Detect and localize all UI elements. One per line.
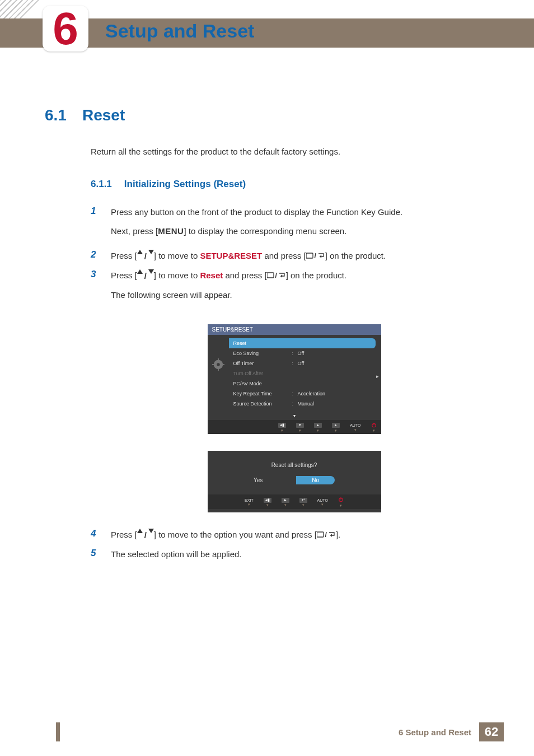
- osd-row-label: Reset: [233, 340, 292, 346]
- scroll-down-icon: ▾: [208, 412, 381, 420]
- osd-footer-right-icon: ▸▾: [282, 498, 289, 507]
- osd-option-no[interactable]: No: [296, 476, 335, 484]
- step-text: Press [: [111, 530, 137, 539]
- svg-rect-9: [222, 364, 224, 365]
- svg-point-5: [217, 363, 220, 366]
- osd-menu-row[interactable]: Key Repeat Time:Acceleration: [229, 389, 376, 399]
- osd-menu-row[interactable]: Eco Saving:Off: [229, 348, 376, 358]
- step-body: Press [/] to move to SETUP&RESET and pre…: [111, 249, 498, 263]
- step-body: Press any button on the front of the pro…: [111, 206, 498, 244]
- step-number: 5: [91, 548, 101, 559]
- step-number: 3: [91, 269, 101, 280]
- step-text: ] to display the corresponding menu scre…: [184, 226, 346, 236]
- osd-row-label: PC/AV Mode: [233, 381, 292, 386]
- svg-rect-0: [306, 253, 313, 258]
- highlight-term: SETUP&RESET: [200, 251, 262, 260]
- enter-source-icon: /: [306, 250, 325, 263]
- chapter-title: Setup and Reset: [105, 20, 254, 42]
- page-footer: 6 Setup and Reset 62: [0, 722, 534, 741]
- step-text: ] to move to the option you want and pre…: [154, 530, 317, 539]
- osd-footer: EXIT▾ ◂▮▾ ▸▾ ↵▾ AUTO▾ ▾: [208, 494, 381, 509]
- svg-rect-7: [218, 368, 219, 371]
- svg-rect-8: [212, 364, 214, 365]
- footer-stripe: [56, 722, 60, 741]
- step-text: Next, press [: [111, 226, 158, 236]
- osd-footer: ◂▮▾ ▾▾ ▴▾ ▸▾ AUTO▾ ▾: [208, 420, 381, 434]
- step-number: 2: [91, 249, 101, 260]
- svg-rect-2: [267, 273, 274, 278]
- step-text: ] on the product.: [325, 251, 386, 260]
- subsection-title: Initializing Settings (Reset): [124, 179, 246, 190]
- svg-text:/: /: [325, 531, 327, 538]
- step-number: 4: [91, 528, 101, 539]
- step-text: and press [: [262, 251, 306, 260]
- subsection-number: 6.1.1: [91, 179, 112, 190]
- osd-footer-exit: EXIT▾: [245, 498, 254, 507]
- osd-footer-up-icon: ▴▾: [314, 423, 322, 433]
- osd-menu-row[interactable]: PC/AV Mode: [229, 379, 376, 389]
- osd-footer-auto: AUTO▾: [350, 423, 360, 432]
- osd-confirm-question: Reset all settings?: [208, 462, 381, 468]
- right-arrow-icon: ▸: [376, 374, 379, 379]
- osd-menu-row[interactable]: Source Detection:Manual: [229, 399, 376, 409]
- osd-footer-power-icon: ▾: [371, 422, 377, 433]
- footer-page-number: 62: [479, 722, 504, 741]
- step-text: ] to move to: [154, 270, 200, 280]
- svg-rect-6: [218, 358, 219, 361]
- chapter-number-badge: 6: [43, 6, 88, 52]
- osd-footer-down-icon: ▾▾: [296, 423, 304, 433]
- osd-reset-confirm: Reset all settings? Yes No EXIT▾ ◂▮▾ ▸▾ …: [208, 451, 381, 512]
- enter-source-icon: /: [317, 529, 336, 542]
- step-text: ] on the product.: [286, 270, 346, 280]
- highlight-term: Reset: [200, 270, 223, 280]
- osd-row-value: Off: [298, 351, 376, 356]
- step-body: Press [/] to move to the option you want…: [111, 528, 498, 542]
- step-number: 1: [91, 206, 101, 217]
- osd-footer-left-icon: ◂▮▾: [264, 498, 271, 507]
- up-down-icon: /: [137, 529, 154, 542]
- svg-text:/: /: [314, 253, 316, 259]
- footer-chapter-label: 6 Setup and Reset: [399, 722, 479, 741]
- up-down-icon: /: [137, 250, 154, 263]
- section-title: Reset: [82, 106, 125, 124]
- svg-rect-14: [317, 532, 324, 537]
- svg-text:/: /: [275, 272, 277, 279]
- osd-footer-auto: AUTO▾: [317, 498, 328, 507]
- step-text: Press [: [111, 270, 137, 280]
- osd-row-label: Turn Off After: [233, 371, 292, 376]
- osd-row-label: Eco Saving: [233, 351, 292, 356]
- osd-menu-row[interactable]: Turn Off After: [229, 368, 376, 379]
- osd-row-label: Off Timer: [233, 361, 292, 366]
- osd-row-label: Key Repeat Time: [233, 391, 292, 396]
- step-body: The selected option will be applied.: [111, 548, 498, 561]
- osd-menu-row[interactable]: Reset: [229, 338, 376, 348]
- osd-row-value: Manual: [298, 401, 376, 407]
- osd-setup-reset-menu: SETUP&RESET ResetEco Saving:OffOff Timer…: [208, 324, 381, 434]
- enter-source-icon: /: [267, 269, 286, 283]
- step-text: Press any button on the front of the pro…: [111, 207, 402, 217]
- osd-footer-enter-icon: ↵▾: [299, 498, 307, 507]
- step-text: Press [: [111, 251, 137, 260]
- osd-row-value: Off: [298, 361, 376, 366]
- osd-row-value: Acceleration: [298, 391, 376, 396]
- osd-row-label: Source Detection: [233, 401, 292, 407]
- osd-menu-row[interactable]: Off Timer:Off: [229, 358, 376, 368]
- osd-title: SETUP&RESET: [208, 324, 381, 335]
- osd-footer-left-icon: ◂▮▾: [278, 423, 286, 433]
- osd-footer-right-icon: ▸▾: [332, 423, 340, 433]
- section-number: 6.1: [45, 106, 67, 124]
- up-down-icon: /: [137, 269, 154, 283]
- step-text: ] to move to: [154, 251, 200, 260]
- step-body: Press [/] to move to Reset and press [/]…: [111, 269, 498, 307]
- chapter-number: 6: [53, 6, 78, 52]
- osd-footer-power-icon: ▾: [338, 497, 344, 508]
- osd-option-yes[interactable]: Yes: [254, 476, 263, 484]
- section-description: Return all the settings for the product …: [91, 147, 498, 156]
- menu-button-label: MENU: [158, 226, 184, 236]
- step-text: The following screen will appear.: [111, 288, 498, 302]
- step-text: ].: [336, 530, 340, 539]
- osd-side-icon: [208, 335, 229, 412]
- step-text: and press [: [223, 270, 266, 280]
